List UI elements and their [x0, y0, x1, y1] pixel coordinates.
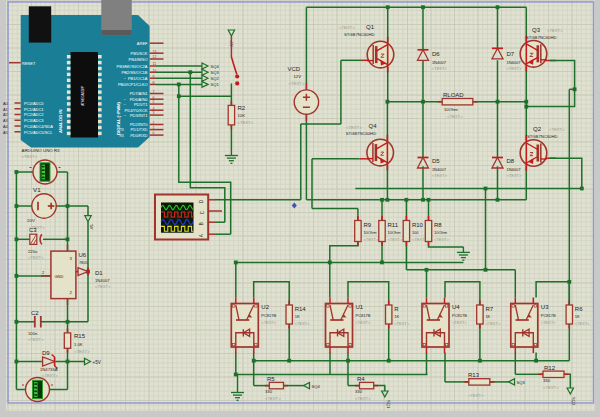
svg-text:<TEXT>: <TEXT> — [434, 237, 450, 242]
svg-text:SQ4: SQ4 — [312, 384, 321, 389]
svg-text:D1: D1 — [95, 270, 103, 276]
svg-text:<TEXT>: <TEXT> — [355, 396, 371, 401]
svg-text:4: 4 — [153, 107, 155, 111]
svg-text:10K: 10K — [238, 113, 246, 118]
svg-text:A4: A4 — [3, 125, 8, 129]
svg-text:AREF: AREF — [137, 41, 148, 46]
svg-text:A3: A3 — [3, 119, 8, 123]
svg-text:220u: 220u — [28, 249, 38, 254]
svg-text:PD1/TXD: PD1/TXD — [131, 127, 148, 132]
svg-text:100: 100 — [412, 230, 419, 235]
svg-text:1K: 1K — [575, 314, 580, 319]
svg-text:R13: R13 — [468, 372, 480, 378]
svg-text:PC2/ADC2: PC2/ADC2 — [24, 112, 44, 117]
svg-text:10Ohm: 10Ohm — [444, 107, 458, 112]
svg-text:STGB7NC60HD: STGB7NC60HD — [344, 32, 374, 37]
svg-text:3: 3 — [153, 111, 155, 115]
svg-text:7805: 7805 — [79, 261, 87, 265]
svg-text:PB3/MOSI/OC2A: PB3/MOSI/OC2A — [117, 64, 148, 69]
svg-text:+5V: +5V — [93, 360, 101, 365]
svg-text:<TEXT>: <TEXT> — [452, 320, 468, 325]
svg-text:PB4/MISO: PB4/MISO — [129, 57, 148, 62]
svg-text:U1: U1 — [356, 304, 364, 310]
svg-text:330: 330 — [543, 378, 551, 383]
svg-text:STGB7NC60HD: STGB7NC60HD — [346, 131, 376, 136]
svg-text:1N4007: 1N4007 — [507, 60, 522, 65]
svg-text:ARDUINO UNO R3: ARDUINO UNO R3 — [22, 148, 61, 153]
svg-text:D7: D7 — [507, 51, 515, 57]
svg-text:SQ2: SQ2 — [571, 397, 576, 406]
svg-text:1: 1 — [153, 126, 155, 130]
svg-text:SQ1: SQ1 — [211, 82, 220, 87]
svg-text:<TEXT>: <TEXT> — [549, 127, 565, 132]
svg-text:PD5/T1: PD5/T1 — [134, 102, 148, 107]
svg-text:<TEXT>: <TEXT> — [541, 320, 557, 325]
svg-text:<TEXT>: <TEXT> — [507, 66, 523, 71]
svg-text:<TEXT>: <TEXT> — [356, 320, 372, 325]
svg-text:STGB7NC60HD: STGB7NC60HD — [527, 134, 557, 139]
svg-text:SQ3: SQ3 — [211, 70, 220, 75]
svg-text:U2: U2 — [261, 304, 269, 310]
svg-text:R5: R5 — [267, 376, 275, 382]
svg-text:<TEXT>: <TEXT> — [543, 385, 559, 390]
svg-text:PC817B: PC817B — [452, 313, 467, 318]
svg-text:12: 12 — [153, 55, 157, 59]
svg-text:GND: GND — [55, 274, 64, 279]
svg-text:PC0/ADC0: PC0/ADC0 — [24, 101, 44, 106]
svg-text:Q2: Q2 — [533, 126, 542, 132]
svg-text:12V: 12V — [294, 74, 302, 79]
svg-text:<TEXT>: <TEXT> — [295, 321, 311, 326]
svg-text:0: 0 — [153, 131, 155, 135]
svg-text:1N4007: 1N4007 — [432, 60, 447, 65]
svg-text:<TEXT>: <TEXT> — [74, 349, 90, 354]
svg-text:6: 6 — [153, 96, 155, 100]
svg-text:V1: V1 — [33, 186, 41, 193]
svg-text:5V: 5V — [89, 225, 94, 230]
svg-text:<TEXT>: <TEXT> — [28, 255, 44, 260]
svg-text:<TEXT>: <TEXT> — [485, 321, 501, 326]
svg-text:B: B — [200, 222, 205, 225]
svg-text:2: 2 — [153, 121, 155, 125]
svg-text:<TEXT>: <TEXT> — [95, 284, 111, 289]
svg-text:R15: R15 — [74, 333, 86, 339]
svg-text:10Ohm: 10Ohm — [388, 230, 402, 235]
svg-text:R2: R2 — [238, 105, 246, 111]
svg-text:<TEXT>: <TEXT> — [388, 237, 404, 242]
svg-text:1N4007: 1N4007 — [507, 167, 522, 172]
svg-text:Q1: Q1 — [366, 24, 375, 30]
svg-text:PC817B: PC817B — [261, 313, 276, 318]
svg-text:<TEXT>: <TEXT> — [339, 25, 355, 30]
svg-text:SQ2: SQ2 — [211, 76, 220, 81]
svg-text:11: 11 — [153, 62, 157, 66]
svg-text:<TEXT>: <TEXT> — [289, 81, 305, 86]
svg-text:D8: D8 — [507, 158, 515, 164]
svg-text:D9: D9 — [42, 350, 50, 356]
svg-text:ATMEGA328P: ATMEGA328P — [81, 86, 85, 105]
svg-text:ANALOG IN: ANALOG IN — [58, 110, 63, 134]
svg-text:R7: R7 — [485, 306, 493, 312]
svg-text:20V: 20V — [27, 218, 35, 223]
svg-text:PB5/SCK: PB5/SCK — [131, 51, 148, 56]
svg-text:SQ1: SQ1 — [386, 400, 391, 409]
svg-text:PD7/AIN1: PD7/AIN1 — [130, 91, 149, 96]
svg-text:SQ3: SQ3 — [517, 380, 526, 385]
svg-text:R12: R12 — [544, 365, 556, 371]
svg-text:<TEXT>: <TEXT> — [507, 173, 523, 178]
svg-text:PD0/RXD: PD0/RXD — [130, 133, 147, 138]
svg-text:330: 330 — [265, 389, 273, 394]
svg-text:PC817B: PC817B — [541, 313, 556, 318]
svg-text:5: 5 — [153, 100, 155, 104]
svg-text:D6: D6 — [432, 51, 440, 57]
svg-text:R8: R8 — [434, 222, 442, 228]
svg-text:<TEXT>: <TEXT> — [447, 114, 463, 119]
svg-text:1N4007: 1N4007 — [432, 167, 447, 172]
svg-text:PC5/ADC5/SCL: PC5/ADC5/SCL — [24, 130, 53, 135]
svg-text:1K: 1K — [485, 314, 490, 319]
svg-text:R: R — [394, 306, 399, 312]
svg-text:<TEXT>: <TEXT> — [432, 173, 448, 178]
svg-text:10Ohm: 10Ohm — [434, 230, 448, 235]
svg-text:A: A — [200, 234, 205, 237]
svg-text:<TEXT>: <TEXT> — [363, 237, 379, 242]
svg-text:U6: U6 — [79, 252, 87, 258]
svg-text:A2: A2 — [3, 113, 8, 117]
